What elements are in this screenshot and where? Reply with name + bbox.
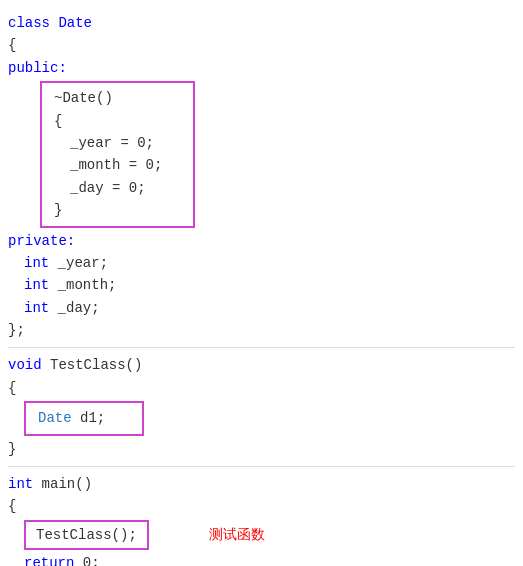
testclass-header-line: void TestClass()	[8, 354, 515, 376]
keyword-class: class Date	[8, 12, 92, 34]
keyword-public: public:	[8, 57, 67, 79]
public-label-line: public:	[8, 57, 515, 79]
destructor-body-month: _month = 0;	[54, 154, 181, 176]
return-line: return 0;	[8, 552, 515, 566]
destructor-inner-brace-close: }	[54, 199, 181, 221]
destructor-box: ~Date() { _year = 0; _month = 0; _day = …	[40, 81, 515, 227]
keyword-private: private:	[8, 230, 75, 252]
main-header-line: int main()	[8, 473, 515, 495]
testclass-close-brace: }	[8, 438, 515, 460]
testclass-date-d1: Date d1;	[38, 407, 130, 429]
divider-1	[8, 347, 515, 348]
keyword-void: void	[8, 354, 42, 376]
testclass-open-brace: {	[8, 377, 515, 399]
private-label-line: private:	[8, 230, 515, 252]
main-testcall-row: TestClass(); 测试函数	[8, 520, 515, 550]
testcall-box: TestClass();	[24, 520, 149, 550]
keyword-int-month: int	[24, 274, 49, 296]
destructor-body-year: _year = 0;	[54, 132, 181, 154]
destructor-inner-brace-open: {	[54, 110, 181, 132]
code-container: class Date { public: ~Date() { _year = 0…	[0, 8, 523, 566]
keyword-int-year: int	[24, 252, 49, 274]
destructor-header-line: ~Date()	[54, 87, 181, 109]
brace-open: {	[8, 34, 16, 56]
private-member-month: int _month;	[8, 274, 515, 296]
divider-2	[8, 466, 515, 467]
testclass-body-box: Date d1;	[24, 401, 515, 435]
keyword-int-main: int	[8, 473, 33, 495]
main-open-brace: {	[8, 495, 515, 517]
keyword-int-day: int	[24, 297, 49, 319]
destructor-body-day: _day = 0;	[54, 177, 181, 199]
class-close-brace: };	[8, 319, 515, 341]
private-member-day: int _day;	[8, 297, 515, 319]
destructor-header: ~Date()	[54, 87, 113, 109]
class-open-brace: {	[8, 34, 515, 56]
class-declaration-line: class Date	[8, 12, 515, 34]
private-member-year: int _year;	[8, 252, 515, 274]
keyword-return: return	[24, 552, 74, 566]
comment-text: 测试函数	[209, 524, 265, 546]
testcall-text: TestClass();	[36, 527, 137, 543]
